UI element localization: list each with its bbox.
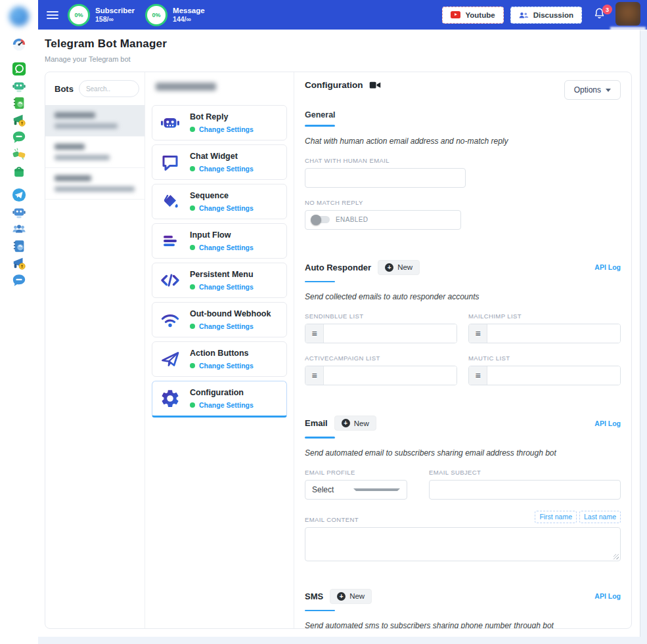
bots-panel-title: Bots (55, 84, 74, 94)
tab-general[interactable]: General (305, 110, 336, 127)
robot-blue-icon[interactable] (12, 205, 26, 219)
auto-responder-api-log-link[interactable]: API Log (594, 263, 621, 271)
status-dot (190, 166, 195, 171)
change-settings-link[interactable]: Change Settings (199, 165, 254, 173)
message-stat: 0% Message 144/∞ (145, 4, 205, 26)
chat-with-human-email-input[interactable] (305, 168, 466, 188)
change-settings-link[interactable]: Change Settings (199, 244, 254, 251)
content-wrapper: Telegram Bot Manager Manage your Telegra… (38, 30, 640, 637)
email-api-log-link[interactable]: API Log (594, 419, 621, 427)
sms-section: SMS + New API Log Send automated sms to … (305, 589, 621, 629)
selected-bot-name-blurred (156, 83, 216, 91)
email-content-textarea[interactable] (305, 527, 621, 561)
menu-item-bot-reply[interactable]: Bot Reply Change Settings (152, 105, 287, 140)
hamburger-icon[interactable] (47, 11, 58, 19)
app-logo[interactable] (9, 7, 29, 26)
change-settings-link[interactable]: Change Settings (199, 125, 254, 133)
email-profile-select[interactable]: Select (305, 480, 407, 500)
bot-subtitle-blurred (55, 155, 110, 160)
change-settings-link[interactable]: Change Settings (199, 401, 254, 409)
change-settings-link[interactable]: Change Settings (199, 362, 254, 370)
menu-item-label: Input Flow (190, 230, 254, 240)
input-flow-icon (159, 230, 181, 252)
menu-item-input-flow[interactable]: Input Flow Change Settings (152, 223, 287, 259)
change-settings-link[interactable]: Change Settings (199, 283, 254, 291)
youtube-button[interactable]: Youtube (442, 7, 503, 24)
email-subject-input[interactable] (429, 480, 621, 500)
chat-widget-icon (159, 151, 181, 173)
email-subject-label: EMAIL SUBJECT (429, 469, 621, 476)
user-name-blurred (610, 27, 646, 30)
auto-responder-section: Auto Responder + New API Log Send collec… (305, 260, 621, 386)
notification-badge: 3 (602, 5, 612, 14)
chat-blue-icon[interactable] (12, 273, 26, 288)
mailchimp-list-input[interactable]: ≡ (468, 324, 621, 343)
general-description: Chat with human action email address and… (305, 137, 621, 146)
email-section: Email + New API Log Send automated email… (305, 416, 621, 561)
chat-green-icon[interactable] (12, 130, 26, 144)
configuration-panel: Configuration Options General Chat wi (294, 72, 631, 628)
bots-search-input[interactable] (79, 80, 139, 97)
status-dot (190, 284, 195, 290)
menu-item-configuration[interactable]: Configuration Change Settings (152, 381, 287, 418)
first-name-token-button[interactable]: First name (535, 511, 577, 523)
bot-list-item[interactable] (45, 105, 145, 137)
dashboard-gauge-icon[interactable] (12, 37, 26, 51)
contacts-green-icon[interactable] (12, 96, 26, 110)
chevron-down-icon (606, 89, 611, 92)
configuration-icon (159, 387, 181, 410)
broadcast-green-icon[interactable] (12, 113, 26, 127)
change-settings-link[interactable]: Change Settings (199, 322, 254, 330)
menu-item-label: Chat Widget (190, 152, 254, 161)
discussion-button[interactable]: Discussion (510, 7, 582, 24)
message-progress-ring: 0% (145, 4, 167, 26)
menu-item-chat-widget[interactable]: Chat Widget Change Settings (152, 144, 287, 180)
auto-responder-new-button[interactable]: + New (378, 260, 420, 275)
sms-description: Send automated sms to subscribers sharin… (305, 621, 621, 628)
menu-item-persistent-menu[interactable]: Persistent Menu Change Settings (152, 263, 287, 298)
broadcast-blue-icon[interactable] (12, 256, 26, 270)
list-icon: ≡ (469, 366, 487, 385)
user-avatar[interactable] (615, 2, 640, 28)
email-new-button[interactable]: + New (334, 416, 376, 431)
plus-icon: + (337, 592, 346, 601)
status-dot (190, 127, 195, 132)
robot-green-icon[interactable] (12, 79, 26, 93)
resize-handle[interactable] (614, 554, 619, 559)
change-settings-link[interactable]: Change Settings (199, 204, 254, 212)
bot-list-item[interactable] (45, 168, 145, 200)
menu-item-label: Action Buttons (190, 349, 254, 358)
menu-item-action-buttons[interactable]: Action Buttons Change Settings (152, 341, 287, 377)
sms-api-log-link[interactable]: API Log (594, 592, 621, 600)
persistent-menu-icon (159, 269, 181, 291)
section-underline (305, 437, 335, 439)
sms-title: SMS (305, 591, 323, 601)
sms-new-button[interactable]: + New (330, 589, 372, 604)
notification-bell-icon[interactable]: 3 (594, 7, 605, 22)
telegram-icon[interactable] (12, 188, 26, 202)
action-buttons-icon (159, 348, 181, 370)
bot-list-item[interactable] (45, 137, 145, 168)
options-button[interactable]: Options (564, 80, 621, 100)
contacts-blue-icon[interactable] (12, 239, 26, 253)
mautic-list-input[interactable]: ≡ (468, 366, 621, 385)
group-blue-icon[interactable] (12, 222, 26, 236)
menu-item-sequence[interactable]: Sequence Change Settings (152, 184, 287, 219)
sendinblue-list-input[interactable]: ≡ (305, 324, 457, 343)
whatsapp-icon[interactable] (12, 62, 26, 76)
no-match-reply-label: NO MATCH REPLY (305, 199, 621, 206)
menu-item-outbound-webhook[interactable]: Out-bound Webhook Change Settings (152, 302, 287, 337)
users-icon (519, 11, 529, 19)
no-match-reply-box: ENABLED (305, 210, 461, 230)
list-icon: ≡ (305, 366, 324, 385)
email-profile-label: EMAIL PROFILE (305, 469, 418, 476)
main-column: 0% Subscriber 158/∞ 0% Message 144/∞ You… (38, 0, 647, 644)
app-root: 0% Subscriber 158/∞ 0% Message 144/∞ You… (0, 0, 647, 644)
enabled-toggle[interactable] (312, 216, 330, 223)
handshake-icon[interactable] (12, 147, 26, 161)
menu-item-label: Out-bound Webhook (190, 309, 271, 318)
active-tab-underline (305, 125, 335, 127)
last-name-token-button[interactable]: Last name (579, 511, 621, 523)
activecampaign-list-input[interactable]: ≡ (305, 366, 457, 385)
shop-bag-icon[interactable] (12, 164, 26, 179)
